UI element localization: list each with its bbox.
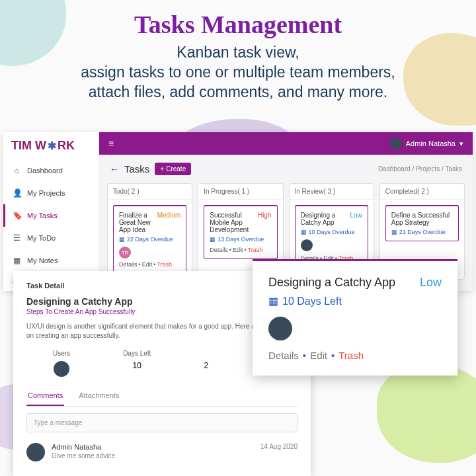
home-icon: ⌂ [13, 166, 20, 175]
due-text: 21 Days Overdue [399, 229, 446, 235]
create-button[interactable]: +Create [155, 163, 191, 175]
card-actions: Details•Edit•Trash [119, 261, 180, 268]
card-title: Finalize a Great New App Idea [119, 212, 155, 233]
crumb[interactable]: Dashboard [378, 165, 411, 173]
sidebar-item-todo[interactable]: ☰My ToDo [3, 227, 99, 249]
task-card[interactable]: Define a Successful App Strategy ▦21 Day… [385, 205, 459, 241]
calendar-icon: ▦ [391, 229, 397, 235]
list-icon: ☰ [13, 233, 20, 243]
sidebar-item-dashboard[interactable]: ⌂Dashboard [3, 159, 99, 182]
topbar: ≡ Admin Natasha ▾ [99, 132, 473, 155]
back-arrow-icon[interactable]: ← [110, 164, 119, 175]
user-avatar [54, 361, 69, 377]
comment-date: 14 Aug 2020 [260, 443, 298, 461]
task-card-zoom: Designing a Catchy App Low ▦ 10 Days Lef… [253, 259, 457, 376]
card-actions: Details•Edit•Trash [210, 247, 271, 253]
priority-badge: High [258, 212, 272, 233]
assignee-avatar [301, 239, 313, 251]
column-header: In Review( 3 ) [290, 184, 374, 200]
plus-icon: + [160, 165, 164, 173]
details-link[interactable]: Details [268, 350, 299, 361]
task-card[interactable]: Designing a Catchy AppLow ▦10 Days Overd… [295, 205, 368, 268]
zoom-due-text: 10 Days Left [282, 296, 342, 307]
edit-link[interactable]: Edit [310, 350, 327, 361]
card-title: Designing a Catchy App [301, 212, 348, 226]
sidebar-item-label: My Tasks [27, 212, 58, 219]
page-title: Tasks [124, 163, 149, 175]
detail-tabs: Comments Attachments [26, 386, 298, 407]
edit-link[interactable]: Edit [142, 261, 153, 268]
sidebar: TIM W✱RK ⌂Dashboard 👤My Projects 🔖My Tas… [3, 132, 99, 291]
kanban-column-todo: Todo( 2 ) Finalize a Great New App IdeaM… [107, 183, 192, 280]
daysleft-label: Days Left [123, 350, 151, 357]
chevron-down-icon: ▾ [459, 139, 463, 148]
calendar-icon: ▦ [210, 236, 216, 243]
priority-badge: Low [350, 212, 362, 226]
breadcrumb: Dashboard / Projects / Tasks [378, 165, 462, 173]
calendar-icon: ▦ [119, 236, 125, 243]
hero-line: Kanban task view, [0, 43, 476, 63]
zoom-avatar [268, 317, 292, 340]
due-text: 13 Days Overdue [218, 236, 264, 243]
logo-text: RK [58, 139, 75, 153]
comment-author: Admin Natasha [52, 443, 254, 451]
column-header: Completed( 2 ) [380, 184, 464, 200]
sidebar-item-label: My Notes [27, 257, 58, 264]
trash-link[interactable]: Trash [157, 261, 172, 268]
note-icon: ▦ [13, 256, 20, 265]
user-menu[interactable]: Admin Natasha ▾ [390, 138, 463, 149]
create-label: Create [166, 165, 186, 173]
due-text: 22 Days Overdue [127, 236, 173, 243]
daysleft-value: 10 [123, 361, 151, 370]
hero-subtitle: Kanban task view, assign tasks to one or… [0, 43, 476, 102]
avatar [390, 138, 402, 149]
zoom-actions: Details•Edit•Trash [268, 350, 442, 361]
hero-line: assign tasks to one or multiple team mem… [0, 63, 476, 83]
card-title: Successful Mobile App Development [210, 212, 255, 233]
sidebar-item-label: My ToDo [27, 234, 56, 242]
crumb[interactable]: Projects [416, 165, 440, 173]
assignee-avatar: TR [119, 247, 131, 258]
sidebar-item-notes[interactable]: ▦My Notes [3, 249, 99, 272]
due-row: ▦10 Days Overdue [301, 229, 362, 235]
comment-avatar [26, 443, 45, 461]
due-text: 10 Days Overdue [309, 229, 355, 235]
tab-comments[interactable]: Comments [26, 386, 64, 406]
sidebar-item-label: Dashboard [27, 167, 63, 175]
sidebar-item-tasks[interactable]: 🔖My Tasks [3, 204, 99, 227]
comment-text: Give me some advice. [52, 452, 254, 459]
due-row: ▦13 Days Overdue [210, 236, 271, 243]
message-input[interactable]: Type a message [26, 413, 298, 432]
column-header: In Progress( 1 ) [198, 184, 282, 200]
calendar-icon: ▦ [268, 295, 278, 307]
users-label: Users [53, 350, 70, 357]
edit-link[interactable]: Edit [233, 247, 243, 253]
tab-attachments[interactable]: Attachments [77, 386, 120, 406]
details-link[interactable]: Details [119, 261, 138, 268]
extra-value: 2 [204, 361, 208, 370]
due-row: ▦21 Days Overdue [391, 229, 453, 235]
zoom-title: Designing a Catchy App [268, 276, 395, 290]
trash-link[interactable]: Trash [338, 350, 364, 361]
trash-link[interactable]: Trash [248, 247, 263, 253]
bookmark-icon: 🔖 [13, 211, 20, 220]
hero-title: Tasks Management [0, 10, 476, 39]
task-card[interactable]: Successful Mobile App DevelopmentHigh ▦1… [204, 205, 277, 259]
user-icon: 👤 [13, 188, 20, 198]
logo: TIM W✱RK [3, 132, 99, 159]
page-header: ← Tasks +Create Dashboard / Projects / T… [99, 155, 473, 183]
sidebar-item-projects[interactable]: 👤My Projects [3, 182, 99, 204]
priority-badge: Medium [157, 212, 181, 233]
zoom-priority: Low [420, 276, 442, 290]
card-title: Define a Successful App Strategy [391, 212, 453, 226]
logo-text: TIM W [11, 139, 46, 153]
details-link[interactable]: Details [210, 247, 228, 253]
star-icon: ✱ [48, 139, 56, 152]
calendar-icon: ▦ [301, 229, 307, 235]
menu-icon[interactable]: ≡ [108, 138, 114, 149]
zoom-due: ▦ 10 Days Left [268, 295, 442, 307]
comment-row: Admin Natasha Give me some advice. 14 Au… [26, 439, 298, 465]
user-name: Admin Natasha [406, 139, 456, 147]
sidebar-item-label: My Projects [27, 189, 65, 197]
task-card[interactable]: Finalize a Great New App IdeaMedium ▦22 … [113, 205, 186, 274]
